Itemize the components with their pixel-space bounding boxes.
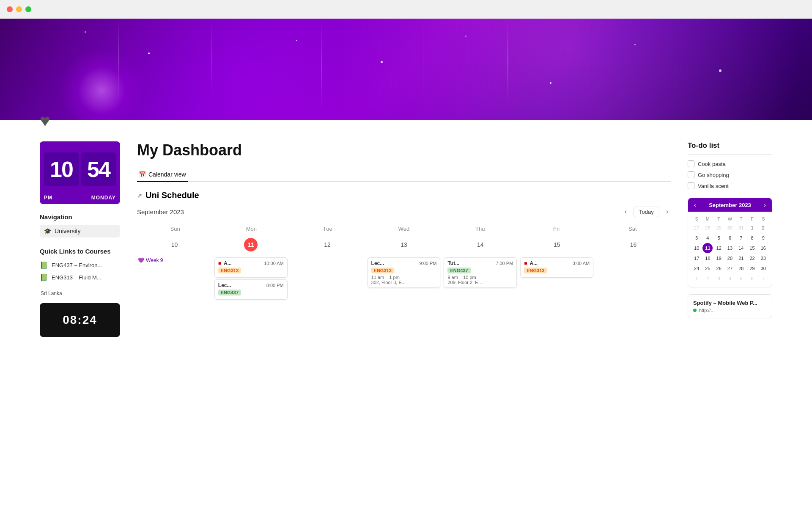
mini-day-22[interactable]: 22 xyxy=(747,253,757,263)
close-button[interactable] xyxy=(7,6,13,12)
mini-day-13[interactable]: 13 xyxy=(725,243,735,253)
today-button[interactable]: Today xyxy=(634,207,659,217)
prev-week-button[interactable]: ‹ xyxy=(622,206,629,217)
mini-day-27pm[interactable]: 27 xyxy=(691,223,702,233)
mini-day-12[interactable]: 12 xyxy=(714,243,724,253)
maximize-button[interactable] xyxy=(25,6,31,12)
mini-header-t2: T xyxy=(736,215,746,223)
event-thu-1-detail2: 209, Floor 2, E... xyxy=(447,280,513,285)
todo-checkbox-cook-pasta[interactable] xyxy=(688,160,694,167)
mini-day-18[interactable]: 18 xyxy=(702,253,713,263)
day-header-fri: Fri xyxy=(518,223,594,235)
quick-links-section: Quick Links to Courses 📗 ENG437 – Enviro… xyxy=(40,248,120,284)
day-header-sun: Sun xyxy=(137,223,213,235)
todo-label-go-shopping: Go shopping xyxy=(698,172,729,178)
mini-day-3nm[interactable]: 3 xyxy=(714,273,724,284)
mini-day-5[interactable]: 5 xyxy=(714,233,724,243)
todo-item-cook-pasta[interactable]: Cook pasta xyxy=(688,160,772,167)
todo-checkbox-go-shopping[interactable] xyxy=(688,171,694,178)
spotify-widget[interactable]: Spotify – Mobile Web P... http://... xyxy=(688,294,772,318)
tuesday-col xyxy=(290,257,365,341)
todo-item-vanilla-scent[interactable]: Vanilla scent xyxy=(688,182,772,189)
location-time: 08:24 xyxy=(40,303,120,337)
event-mon-1[interactable]: ■ A... 10:00 AM ENG313 xyxy=(214,257,288,278)
event-wed-1[interactable]: Lec... 9:00 PM ENG313 11 am – 1 pm 302, … xyxy=(368,257,441,288)
mini-day-26[interactable]: 26 xyxy=(714,263,724,273)
red-square-icon-2: ■ xyxy=(524,260,527,266)
mini-day-31pm[interactable]: 31 xyxy=(736,223,746,233)
mini-day-19[interactable]: 19 xyxy=(714,253,724,263)
mini-day-7[interactable]: 7 xyxy=(736,233,746,243)
event-wed-1-detail2: 302, Floor 3, E... xyxy=(371,280,437,285)
purple-heart-icon: 💜 xyxy=(138,257,144,263)
date-16: 16 xyxy=(596,236,671,253)
university-label: University xyxy=(55,228,80,235)
navigation-section: Navigation 🎓 University xyxy=(40,213,120,237)
day-header-mon: Mon xyxy=(213,223,289,235)
event-mon-1-tag: ENG313 xyxy=(218,268,241,273)
mini-day-11-today[interactable]: 11 xyxy=(702,243,713,253)
mini-day-24[interactable]: 24 xyxy=(691,263,702,273)
spotify-title: Spotify – Mobile Web P... xyxy=(693,300,767,306)
todo-item-go-shopping[interactable]: Go shopping xyxy=(688,171,772,178)
event-thu-1-time: 7:00 PM xyxy=(496,261,513,266)
mini-day-15[interactable]: 15 xyxy=(747,243,757,253)
next-week-button[interactable]: › xyxy=(664,206,671,217)
mini-day-2nm[interactable]: 2 xyxy=(702,273,713,284)
todo-label-cook-pasta: Cook pasta xyxy=(698,161,726,167)
window-chrome xyxy=(0,0,812,19)
mini-day-20[interactable]: 20 xyxy=(725,253,735,263)
tab-calendar-view[interactable]: 📅 Calendar view xyxy=(137,168,188,182)
mini-day-29[interactable]: 29 xyxy=(747,263,757,273)
mini-week-2: 3 4 5 6 7 8 9 xyxy=(691,233,768,243)
event-mon-2-tag: ENG437 xyxy=(218,290,241,295)
mini-cal-grid: S M T W T F S 27 28 29 30 31 1 2 xyxy=(688,212,772,287)
book-icon-eng437: 📗 xyxy=(40,261,48,269)
mini-day-27[interactable]: 27 xyxy=(725,263,735,273)
quick-link-eng437[interactable]: 📗 ENG437 – Environ... xyxy=(40,259,120,271)
event-thu-1[interactable]: Tut... 7:00 PM ENG437 9 am – 10 pm 209, … xyxy=(444,257,517,288)
mini-day-28[interactable]: 28 xyxy=(736,263,746,273)
day-header-sat: Sat xyxy=(595,223,671,235)
mini-day-9[interactable]: 9 xyxy=(758,233,768,243)
sidebar-item-university[interactable]: 🎓 University xyxy=(40,225,120,237)
event-mon-1-time: 10:00 AM xyxy=(264,261,283,266)
quick-link-eng313[interactable]: 📗 ENG313 – Fluid M... xyxy=(40,271,120,284)
event-wed-1-time: 9:00 PM xyxy=(419,261,436,266)
mini-day-21[interactable]: 21 xyxy=(736,253,746,263)
event-mon-2[interactable]: Lec... 8:00 PM ENG437 xyxy=(214,279,288,300)
mini-day-30[interactable]: 30 xyxy=(758,263,768,273)
mini-day-25[interactable]: 25 xyxy=(702,263,713,273)
mini-header-f: F xyxy=(747,215,757,223)
mini-day-16[interactable]: 16 xyxy=(758,243,768,253)
day-header-thu: Thu xyxy=(442,223,518,235)
mini-cal-next-button[interactable]: › xyxy=(762,202,768,208)
left-sidebar: 10 54 PM MONDAY Navigation 🎓 University … xyxy=(40,141,120,341)
mini-day-30pm[interactable]: 30 xyxy=(725,223,735,233)
mini-day-28pm[interactable]: 28 xyxy=(702,223,713,233)
day-header-wed: Wed xyxy=(366,223,442,235)
mini-day-14[interactable]: 14 xyxy=(736,243,746,253)
todo-checkbox-vanilla-scent[interactable] xyxy=(688,182,694,189)
event-mon-2-time: 8:00 PM xyxy=(266,283,284,288)
event-fri-1[interactable]: ■ A... 3:00 AM ENG313 xyxy=(520,257,593,278)
mini-day-5nm[interactable]: 5 xyxy=(736,273,746,284)
event-mon-1-header: ■ A... 10:00 AM xyxy=(218,260,284,266)
mini-day-7nm[interactable]: 7 xyxy=(758,273,768,284)
mini-day-4[interactable]: 4 xyxy=(702,233,713,243)
minimize-button[interactable] xyxy=(16,6,22,12)
mini-day-1nm[interactable]: 1 xyxy=(691,273,702,284)
mini-day-8[interactable]: 8 xyxy=(747,233,757,243)
mini-day-29pm[interactable]: 29 xyxy=(714,223,724,233)
mini-day-3[interactable]: 3 xyxy=(691,233,702,243)
mini-day-23[interactable]: 23 xyxy=(758,253,768,263)
graduation-icon: 🎓 xyxy=(44,228,51,235)
mini-day-2[interactable]: 2 xyxy=(758,223,768,233)
mini-day-1[interactable]: 1 xyxy=(747,223,757,233)
mini-day-17[interactable]: 17 xyxy=(691,253,702,263)
mini-cal-prev-button[interactable]: ‹ xyxy=(692,202,698,208)
mini-day-6nm[interactable]: 6 xyxy=(747,273,757,284)
mini-day-4nm[interactable]: 4 xyxy=(725,273,735,284)
mini-day-10[interactable]: 10 xyxy=(691,243,702,253)
mini-day-6[interactable]: 6 xyxy=(725,233,735,243)
